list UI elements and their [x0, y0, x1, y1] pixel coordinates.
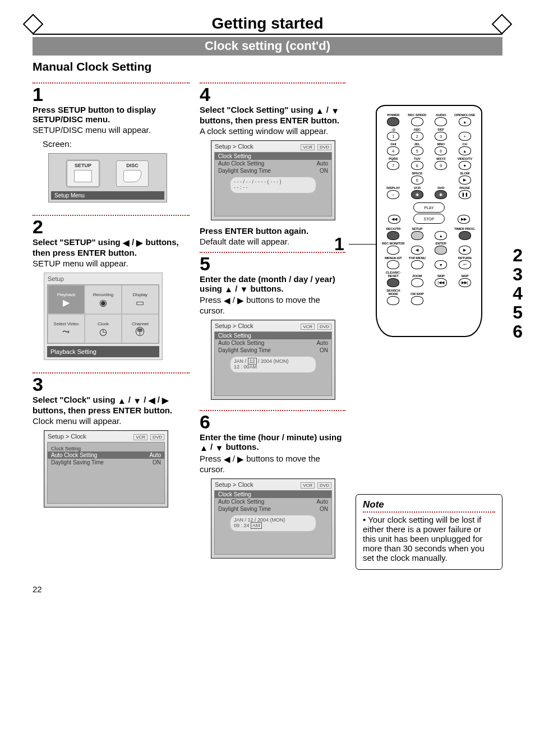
- grid-display: Display▭: [122, 285, 159, 314]
- row-auto-clock: Auto Clock SettingAuto: [218, 498, 328, 505]
- menulist-button: [387, 260, 399, 269]
- callout-left-1: 1: [334, 234, 344, 255]
- section-heading: Manual Clock Setting: [33, 60, 502, 73]
- cable-glyph-icon: ⤳: [62, 328, 70, 336]
- row-auto-clock: Auto Clock SettingAuto: [48, 451, 164, 459]
- callout-right-6: 6: [513, 321, 523, 342]
- step-2-screen-caption: Playback Setting: [47, 346, 159, 357]
- vcr-button: ◉: [411, 190, 423, 199]
- row-clock-setting: Clock Setting: [215, 153, 331, 160]
- step-4-heading: Select "Clock Setting" using ▲ / ▼ butto…: [200, 105, 345, 125]
- setup-icon-label: SETUP: [75, 163, 91, 168]
- dvd-tag: DVD: [150, 434, 164, 440]
- left-arrow-icon: ◀: [224, 454, 230, 464]
- pause-button-icon: ❚❚: [459, 190, 471, 199]
- num-1-button: 1: [387, 132, 399, 141]
- vcr-tag: VCR: [301, 324, 315, 330]
- down-arrow-icon: ▼: [331, 106, 339, 116]
- timerprog-button: [459, 231, 471, 240]
- callout-right-2: 2: [513, 245, 523, 266]
- disc-icon-label: DISC: [126, 163, 139, 168]
- disc-glyph-icon: [123, 170, 141, 182]
- num-9-button: 9: [435, 161, 447, 170]
- step-1-heading: Press SETUP button to display SETUP/DISC…: [33, 105, 190, 124]
- breadcrumb: Setup > Clock: [48, 433, 86, 440]
- recording-glyph-icon: ◉: [99, 298, 107, 307]
- num-8-button: 8: [411, 161, 423, 170]
- slow-button: ▶: [459, 176, 471, 185]
- note-title: Note: [363, 499, 495, 510]
- right-arrow-icon: ▶: [136, 238, 143, 248]
- clock-glyph-icon: ◷: [99, 328, 107, 336]
- callout-right-4: 4: [513, 283, 523, 304]
- ch-down-button: ▼: [459, 161, 471, 170]
- step-6-heading: Enter the time (hour / minute) using ▲ /…: [200, 432, 345, 453]
- play-button: PLAY: [413, 202, 445, 213]
- step-3-body: Clock menu will appear.: [33, 416, 190, 426]
- step-1-screen-caption: Setup Menu: [51, 191, 164, 200]
- step-6-screen: Setup > Clock VCR DVD Clock Setting Auto…: [211, 478, 335, 559]
- playback-glyph-icon: ▶: [63, 298, 70, 307]
- skip-next-button-icon: ▶▶|: [459, 278, 471, 287]
- num-7-button: 7: [387, 161, 399, 170]
- step-5-screen: Setup > Clock VCR DVD Clock Setting Auto…: [211, 320, 335, 400]
- divider: [200, 410, 345, 411]
- skip-prev-button-icon: |◀◀: [435, 278, 447, 287]
- step-2-heading: Select "SETUP" using ◀ / ▶ buttons, then…: [33, 237, 190, 257]
- step-2-screen: Setup Playback▶ Recording◉ Display▭ Sele…: [44, 273, 163, 360]
- row-clock-setting: Clock Setting: [51, 446, 161, 451]
- grid-clock: Clock◷: [85, 314, 122, 343]
- step-4-body: A clock setting window will appear.: [200, 126, 345, 136]
- grid-selectvideo: Select Video⤳: [48, 314, 85, 343]
- breadcrumb: Setup > Clock: [215, 143, 253, 150]
- step-3-screen: Setup > Clock VCR DVD Clock Setting Auto…: [44, 430, 168, 508]
- step-3-heading: Select "Clock" using ▲ / ▼ / ◀ / ▶ butto…: [33, 395, 190, 415]
- clock-frame: - - - / - - / - - - - ( - - - ) - - : - …: [230, 177, 316, 193]
- searchmode-button: [387, 296, 399, 305]
- title-ornament-left: [23, 14, 44, 35]
- down-arrow-icon: ▼: [133, 396, 141, 405]
- divider: [33, 82, 190, 84]
- recmonitor-button: [387, 246, 399, 255]
- enter-button: [435, 246, 447, 255]
- row-clock-setting: Clock Setting: [215, 491, 331, 498]
- divider: [200, 82, 345, 84]
- nav-up-button-icon: ▲: [435, 231, 447, 240]
- dvd-tag: DVD: [317, 144, 331, 150]
- step-4-number: 4: [200, 85, 345, 104]
- down-arrow-icon: ▼: [240, 284, 248, 294]
- num-3-button: 3: [435, 132, 447, 141]
- left-arrow-icon: ◀: [149, 395, 155, 405]
- plus-button: +: [459, 132, 471, 141]
- step-5-number: 5: [200, 254, 345, 273]
- display-button: ○: [387, 190, 399, 199]
- note-body: • Your clock setting will be lost if eit…: [363, 515, 495, 563]
- clock-line2: - - : - -: [234, 185, 312, 190]
- zoom-button: [411, 278, 423, 287]
- step-1-screen: SETUP DISC Setup Menu: [48, 153, 167, 202]
- clock-line2: 12 : 00AM: [234, 364, 312, 370]
- down-arrow-icon: ▼: [215, 443, 223, 453]
- clock-frame: JAN / 12 / 2004 (MON) 12 : 00AM: [230, 356, 316, 373]
- page-subtitle: Clock setting (cont'd): [33, 37, 502, 56]
- divider: [200, 252, 345, 253]
- clear-button: [387, 278, 399, 287]
- num-5-button: 5: [411, 146, 423, 155]
- row-clock-setting: Clock Setting: [215, 332, 331, 339]
- grid-playback: Playback▶: [48, 285, 85, 314]
- step-1-body: SETUP/DISC menu will appear.: [33, 125, 190, 135]
- row-dst: Daylight Saving TimeON: [218, 505, 328, 513]
- btn-label: AUDIO: [436, 113, 446, 117]
- step-6-body: Press ◀ / ▶ buttons to move the cursor.: [200, 454, 345, 474]
- up-arrow-icon: ▲: [118, 396, 126, 405]
- dvd-tag: DVD: [317, 324, 331, 330]
- btn-label: OPEN/CLOSE: [454, 113, 475, 117]
- clock-line1: JAN / 12 / 2004 (MON): [234, 358, 312, 364]
- right-arrow-icon: ▶: [237, 454, 244, 464]
- highlighted-ampm: AM: [251, 522, 262, 529]
- divider: [33, 215, 190, 216]
- step-4-second-heading: Press ENTER button again.: [200, 226, 345, 236]
- step-5-body: Press ◀ / ▶ buttons to move the cursor.: [200, 295, 345, 315]
- rew-button-icon: ◀◀: [388, 215, 400, 224]
- up-arrow-icon: ▲: [316, 106, 324, 116]
